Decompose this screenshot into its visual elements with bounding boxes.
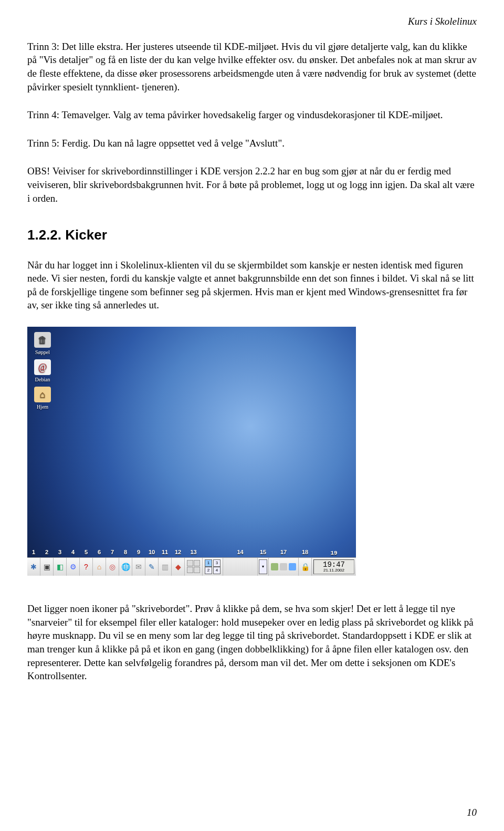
callout: 16 — [260, 575, 266, 576]
calc-icon: ▥ — [162, 562, 169, 572]
konqueror-icon: 🌐 — [121, 562, 130, 572]
tray-icon[interactable] — [271, 563, 278, 570]
clock-date: 21.11.2002 — [323, 568, 344, 573]
callout: 11 — [162, 548, 168, 556]
control-center-icon: ⚙ — [70, 562, 77, 572]
page-header: Kurs i Skolelinux — [27, 15, 477, 28]
taskbar[interactable]: 14 — [223, 558, 258, 576]
panel-button-6[interactable]: 6 ⌂ — [93, 558, 106, 576]
kde-gear-icon: ✱ — [30, 562, 37, 572]
callout: 6 — [98, 548, 101, 556]
heading-kicker: 1.2.2. Kicker — [27, 226, 477, 244]
panel-button-9[interactable]: 9 ✉ — [132, 558, 145, 576]
panel-button-10[interactable]: 10 ✎ — [145, 558, 159, 576]
desktop-debian-icon: @ Debian — [32, 359, 54, 383]
lock-logout-button[interactable]: 18 🔒 — [299, 558, 312, 576]
callout: 13 — [190, 548, 196, 556]
writer-icon: ✎ — [149, 562, 155, 572]
desktop-home-icon: ⌂ Hjem — [32, 387, 54, 411]
pager-desk-3[interactable]: 3 — [213, 559, 220, 567]
pager-desk-4[interactable]: 4 — [213, 567, 220, 574]
kmenu-button[interactable]: 1 ✱ — [27, 558, 40, 576]
home-icon: ⌂ — [97, 562, 101, 572]
callout: 10 — [149, 548, 155, 556]
quick-launch-grid[interactable]: 13 — [185, 558, 203, 576]
callout: 1 — [32, 548, 35, 556]
panel-button-8[interactable]: 8 🌐 — [119, 558, 132, 576]
callout: 4 — [71, 548, 75, 556]
callout: 7 — [111, 548, 114, 556]
tray-icon[interactable] — [280, 563, 287, 570]
callout: 14 — [237, 548, 243, 556]
callout: 5 — [85, 548, 88, 556]
panel-button-11[interactable]: 11 ▥ — [159, 558, 172, 576]
panel-clock[interactable]: 19 19:47 21.11.2002 — [313, 559, 354, 574]
panel-button-5[interactable]: 5 ? — [80, 558, 93, 576]
callout: 15 — [260, 548, 266, 556]
lifebuoy-icon: ◎ — [109, 562, 116, 572]
desktop-icon-label: Hjem — [37, 404, 48, 410]
terminal-icon: ▣ — [44, 562, 50, 572]
panel-button-12[interactable]: 12 ◆ — [172, 558, 185, 576]
callout: 9 — [137, 548, 140, 556]
kde-desktop-screenshot: 🗑 Søppel @ Debian ⌂ Hjem 1 ✱ 2 ▣ 3 ◧ — [27, 327, 356, 576]
callout: 18 — [302, 548, 308, 556]
paragraph-trinn4: Trinn 4: Temavelger. Valg av tema påvirk… — [27, 108, 477, 122]
callout: 12 — [175, 548, 181, 556]
panel-button-7[interactable]: 7 ◎ — [106, 558, 119, 576]
callout: 8 — [124, 548, 127, 556]
mail-icon: ✉ — [135, 562, 142, 572]
page-number: 10 — [467, 806, 477, 819]
desktop-pager[interactable]: 1 3 2 4 — [203, 558, 223, 576]
paragraph-trinn3: Trinn 3: Det lille ekstra. Her justeres … — [27, 40, 477, 94]
panel-button-2[interactable]: 2 ▣ — [40, 558, 54, 576]
paragraph-kicker-intro: Når du har logget inn i Skolelinux-klien… — [27, 258, 477, 313]
desktop-icon-label: Søppel — [35, 349, 50, 355]
desktop-icon-label: Debian — [35, 377, 50, 382]
paragraph-obs: OBS! Veiviser for skrivebordinnstillinge… — [27, 164, 477, 205]
panel-button-4[interactable]: 4 ⚙ — [67, 558, 80, 576]
desktop-trash-icon: 🗑 Søppel — [32, 332, 54, 356]
pager-desk-1[interactable]: 1 — [205, 559, 212, 567]
pager-desk-2[interactable]: 2 — [205, 567, 212, 574]
callout: 2 — [45, 548, 48, 556]
callout: 17 — [280, 548, 287, 556]
paragraph-trinn5: Trinn 5: Ferdig. Du kan nå lagre oppsett… — [27, 137, 477, 150]
clock-time: 19:47 — [323, 561, 345, 568]
callout: 3 — [58, 548, 61, 556]
callout: 19 — [330, 550, 337, 556]
kicker-panel: 1 ✱ 2 ▣ 3 ◧ 4 ⚙ 5 ? 6 ⌂ — [27, 557, 356, 576]
system-tray[interactable]: 17 — [269, 558, 299, 576]
impress-icon: ◆ — [175, 562, 181, 572]
tray-icon[interactable] — [289, 563, 296, 570]
window-list[interactable]: 15 16 ▾ — [258, 558, 269, 576]
help-icon: ? — [84, 562, 88, 572]
lock-icon: 🔒 — [301, 562, 310, 572]
panel-button-3[interactable]: 3 ◧ — [54, 558, 67, 576]
paragraph-desktop-icons: Det ligger noen ikoner på "skrivebordet"… — [27, 602, 477, 683]
desktop-access-icon: ◧ — [57, 562, 64, 572]
